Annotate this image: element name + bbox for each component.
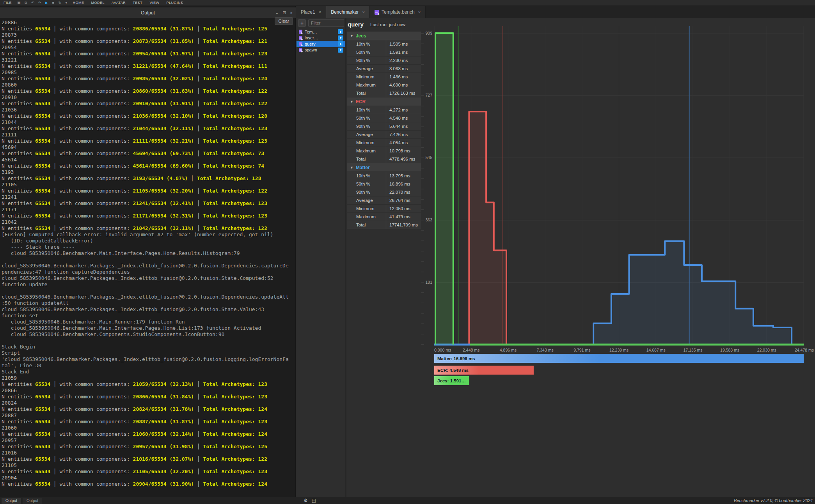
stats-row: Maximum41.479 ms (347, 213, 421, 221)
log-line: 21044 (2, 119, 295, 126)
stat-label: Maximum (347, 81, 386, 89)
log-line: 21059 (2, 375, 295, 381)
stats-section-header-matter[interactable]: ▼Matter (347, 163, 421, 172)
ruler-tick (421, 147, 424, 148)
legend-bar-matter[interactable] (434, 354, 804, 363)
x-axis-tick-label: 12.239 ms (609, 348, 629, 352)
copy-icon[interactable]: ⧉ (23, 1, 29, 5)
log-line: 21060 (2, 425, 295, 431)
log-line: Stack Begin (2, 344, 295, 350)
benchmark-item-label: query (305, 42, 316, 46)
close-icon[interactable]: × (290, 11, 293, 15)
run-benchmark-button[interactable] (338, 29, 343, 34)
menu-model[interactable]: MODEL (88, 1, 108, 5)
chevron-down-icon[interactable]: ⌄ (275, 10, 279, 15)
add-benchmark-button[interactable]: + (298, 19, 306, 27)
histogram-fill-jecs (435, 33, 453, 345)
menu-view[interactable]: VIEW (146, 1, 163, 5)
benchmarker-plugin-panel: + Tem…inser…queryspawn query Last run: j… (296, 18, 815, 497)
log-line: [Fusion] Computed callback error: invali… (2, 232, 295, 238)
journal-icon[interactable]: ▤ (312, 498, 316, 503)
benchmark-list: Tem…inser…queryspawn (297, 29, 345, 53)
script-icon (299, 48, 302, 52)
stat-label: Average (347, 65, 386, 73)
dock-icon[interactable]: ⊡ (282, 10, 286, 15)
log-line: N entities 65534 │ with common component… (2, 200, 295, 207)
axis-baseline-segment (470, 344, 804, 346)
filter-input[interactable] (308, 19, 344, 27)
undo-icon[interactable]: ↶ (29, 1, 36, 5)
ruler-tick (421, 230, 424, 231)
benchmark-item-tem[interactable]: Tem… (297, 29, 345, 35)
stats-row: Minimum1.436 ms (347, 73, 421, 81)
run-benchmark-button[interactable] (338, 35, 343, 41)
bottom-tab-output-2[interactable]: Output (23, 498, 42, 504)
stat-value: 13.795 ms (386, 172, 421, 180)
stats-section-header-jecs[interactable]: ▼Jecs (347, 32, 421, 40)
stats-row: Average3.063 ms (347, 65, 421, 73)
log-line: :50 function updateAll (2, 300, 295, 306)
log-line: N entities 65534 │ with common component… (2, 469, 295, 475)
log-line: N entities 65534 │ with common component… (2, 63, 295, 69)
stats-row: 90th %22.070 ms (347, 188, 421, 196)
ruler-tick (421, 33, 424, 34)
legend-label: Jecs: 1.591… (437, 378, 466, 383)
log-line: 20873 (2, 32, 295, 38)
log-line: 21171 (2, 207, 295, 213)
bottom-tab-output-1[interactable]: Output (2, 498, 21, 504)
benchmark-item-query[interactable]: query (297, 41, 345, 47)
log-line: cloud_5853950046.Benchmarker.Packages._I… (2, 263, 295, 269)
run-benchmark-button[interactable] (338, 41, 343, 46)
stat-value: 4.548 ms (386, 114, 421, 122)
log-line: 3193 (2, 169, 295, 175)
output-panel-header[interactable]: Output ⌄ ⊡ × (0, 7, 296, 18)
log-line: 20910 (2, 94, 295, 101)
tab-close-icon[interactable]: × (362, 10, 365, 14)
stats-row: 10th %13.795 ms (347, 172, 421, 180)
stop-icon[interactable]: ■ (50, 1, 56, 5)
log-line: N entities 65534 │ with common component… (2, 51, 295, 57)
clear-output-button[interactable]: Clear (275, 17, 293, 25)
benchmark-item-inser[interactable]: inser… (297, 35, 345, 41)
paste-icon[interactable]: ▣ (15, 1, 23, 5)
dropdown-icon[interactable]: ▾ (63, 1, 69, 5)
reset-icon[interactable]: ↻ (56, 1, 63, 5)
menu-home[interactable]: HOME (69, 1, 88, 5)
ruler-tick (421, 116, 424, 117)
ruler-tick (421, 74, 424, 75)
bottom-bar: Output Output ⚙ ▤ Benchmarker v7.2.0, © … (0, 497, 815, 504)
stat-value: 4778.496 ms (386, 155, 421, 163)
benchmark-item-spawn[interactable]: spawn (297, 47, 345, 53)
y-axis-tick-label: 909 (425, 31, 432, 35)
stats-section-header-ecr[interactable]: ▼ECR (347, 97, 421, 106)
benchmark-title: query (348, 21, 364, 28)
log-line: N entities 65534 │ with common component… (2, 419, 295, 425)
log-line: 45694 (2, 144, 295, 150)
stat-value: 22.070 ms (386, 188, 421, 196)
y-axis-tick-label: 545 (425, 155, 432, 160)
log-line: N entities 65534 │ with common component… (2, 481, 295, 487)
tab-close-icon[interactable]: × (418, 10, 421, 14)
stat-label: 10th % (347, 106, 386, 114)
gear-icon[interactable]: ⚙ (304, 498, 308, 503)
tab-benchmarker[interactable]: Benchmarker× (326, 6, 370, 18)
redo-icon[interactable]: ↷ (36, 1, 43, 5)
tab-place1[interactable]: Place1× (296, 6, 326, 18)
tab-close-icon[interactable]: × (319, 10, 321, 14)
menu-file[interactable]: FILE (0, 1, 15, 5)
log-line: 'cloud_5853950046.Benchmarker.Packages._… (2, 356, 295, 363)
play-icon[interactable]: ▶ (43, 1, 50, 5)
log-line: cloud_5853950046.Benchmarker.Packages._I… (2, 306, 295, 313)
menu-plugins[interactable]: PLUGINS (163, 1, 186, 5)
tab-template-bench[interactable]: Template.bench× (370, 6, 426, 18)
menu-avatar[interactable]: AVATAR (108, 1, 129, 5)
benchmark-item-label: spawn (305, 48, 317, 52)
menu-test[interactable]: TEST (129, 1, 146, 5)
stat-value: 12.050 ms (386, 205, 421, 212)
ruler-tick (421, 272, 424, 272)
log-line: Script (2, 350, 295, 356)
stat-value: 1.505 ms (386, 40, 421, 48)
log-line: N entities 65534 │ with common component… (2, 225, 295, 232)
ruler-tick (421, 261, 424, 262)
run-benchmark-button[interactable] (338, 48, 343, 53)
